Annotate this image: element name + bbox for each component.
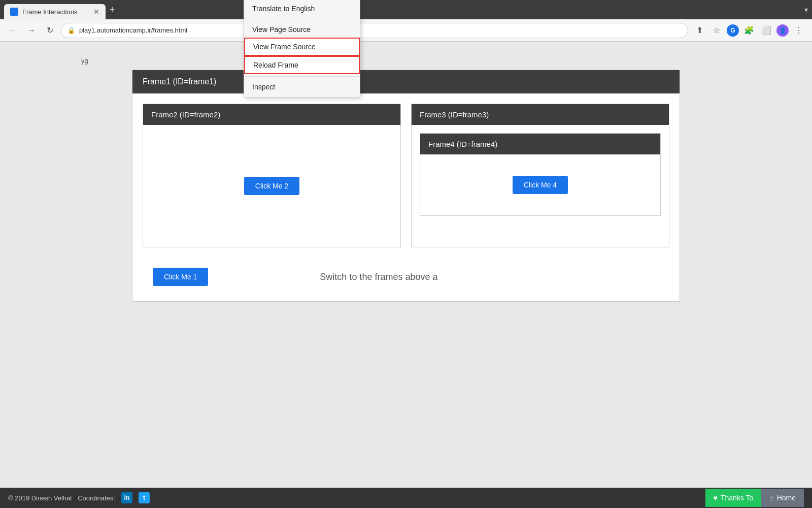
frames-row: Frame2 (ID=frame2) Click Me 2 Frame3 (ID… [143,104,669,247]
browser-toolbar: ← → ↻ 🔒 play1.automationcamp.ir/frames.h… [0,19,812,42]
context-menu-divider-6 [244,76,360,77]
frame2-label: Frame2 (ID=frame2) [151,110,220,119]
address-bar[interactable]: 🔒 play1.automationcamp.ir/frames.html [61,23,688,38]
thanks-icon: ♥ [714,494,718,502]
context-menu-item-view-frame-source[interactable]: View Frame Source [244,38,360,56]
browser-chrome: Frame Interactions ✕ + ▾ ← → ↻ 🔒 play1.a… [0,0,812,42]
back-button[interactable]: ← [6,23,20,38]
address-text: play1.automationcamp.ir/frames.html [79,26,682,34]
context-menu-item-view-page-source[interactable]: View Page Source [244,21,360,38]
frame2-container: Frame2 (ID=frame2) Click Me 2 [143,104,401,247]
context-menu: Exit Full Screen Back Forward Reload Sav… [244,0,360,98]
reload-button[interactable]: ↻ [43,23,57,38]
click-me-4-button[interactable]: Click Me 4 [513,176,568,194]
new-tab-button[interactable]: + [110,5,115,15]
home-icon: ⌂ [769,494,773,502]
frame1-header: Frame1 (ID=frame1) [132,70,680,93]
click-me-1-button[interactable]: Click Me 1 [153,268,208,286]
frame2-header: Frame2 (ID=frame2) [143,104,400,125]
page-top-text: yg [81,57,88,65]
tab-favicon [10,8,18,16]
tab-close-button[interactable]: ✕ [93,8,99,16]
frame1-bottom: Click Me 1 Switch to the frames above a [143,263,669,291]
frame3-body: Frame4 (ID=frame4) Click Me 4 Exit Full … [412,125,669,224]
extensions-button[interactable]: 🧩 [742,23,756,38]
frame3-container: Frame3 (ID=frame3) Frame4 (ID=frame4) Cl… [411,104,669,247]
frame4-container: Frame4 (ID=frame4) Click Me 4 [420,133,661,216]
context-menu-divider-5 [244,19,360,19]
frame2-body: Click Me 2 [143,125,400,247]
home-button[interactable]: ⌂ Home [761,489,804,507]
switch-text: Switch to the frames above a [320,272,437,282]
home-label: Home [777,494,796,502]
active-tab[interactable]: Frame Interactions ✕ [4,4,106,19]
tab-menu-button[interactable]: ▾ [804,6,808,14]
linkedin-icon[interactable]: in [121,492,132,503]
user-avatar[interactable]: 👤 [776,24,789,37]
footer-right: ♥ Thanks To ⌂ Home [705,489,804,507]
google-account-icon[interactable]: G [727,24,739,37]
frame1-label: Frame1 (ID=frame1) [143,77,216,86]
bookmark-button[interactable]: ☆ [709,23,724,38]
click-me-2-button[interactable]: Click Me 2 [244,177,299,195]
thanks-label: Thanks To [721,494,753,502]
thanks-to-button[interactable]: ♥ Thanks To [705,489,762,507]
frame4-header: Frame4 (ID=frame4) [420,134,660,154]
lock-icon: 🔒 [67,27,75,34]
twitter-icon[interactable]: t [139,492,150,503]
frame3-label: Frame3 (ID=frame3) [420,110,489,119]
tab-title: Frame Interactions [22,8,89,16]
frame3-header: Frame3 (ID=frame3) [412,104,669,125]
frame1-body: Frame2 (ID=frame2) Click Me 2 Frame3 (ID… [132,93,680,301]
frame4-label: Frame4 (ID=frame4) [428,140,497,148]
forward-button[interactable]: → [24,23,39,38]
tab-bar: Frame Interactions ✕ + ▾ [0,0,812,19]
footer: © 2019 Dinesh Velhal Coordinates: in t ♥… [0,488,812,508]
context-menu-item-reload-frame[interactable]: Reload Frame [244,56,360,74]
share-button[interactable]: ⬆ [692,23,706,38]
more-button[interactable]: ⋮ [792,23,806,38]
toolbar-icons: ⬆ ☆ G 🧩 ⬜ 👤 ⋮ [692,23,806,38]
coords-label: Coordinates: [78,494,115,502]
profile-button[interactable]: ⬜ [759,23,773,38]
copyright-text: © 2019 Dinesh Velhal [8,494,72,502]
context-menu-item-translate[interactable]: Translate to English [244,1,360,17]
context-menu-item-inspect[interactable]: Inspect [244,79,360,95]
frame4-body: Click Me 4 [420,154,660,215]
page-content: yg Frame1 (ID=frame1) Frame2 (ID=frame2)… [0,42,812,488]
frame1-container: Frame1 (ID=frame1) Frame2 (ID=frame2) Cl… [132,70,680,302]
footer-left: © 2019 Dinesh Velhal Coordinates: in t [8,492,150,503]
